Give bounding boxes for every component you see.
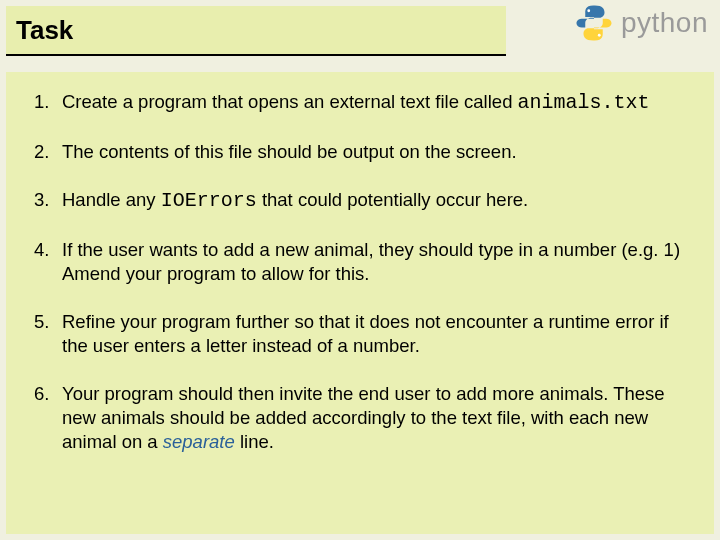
logo-text: python bbox=[621, 7, 708, 39]
task-text: Your program should then invite the end … bbox=[62, 383, 665, 452]
svg-point-1 bbox=[598, 34, 601, 37]
header-bar: Task bbox=[6, 6, 506, 54]
task-text: line. bbox=[235, 431, 274, 452]
code-ioerrors: IOErrors bbox=[161, 189, 257, 212]
list-item: Create a program that opens an external … bbox=[34, 90, 690, 116]
python-snake-icon bbox=[573, 2, 615, 44]
task-text: The contents of this file should be outp… bbox=[62, 141, 517, 162]
list-item: Refine your program further so that it d… bbox=[34, 310, 690, 358]
header-underline bbox=[6, 54, 506, 56]
python-logo: python bbox=[573, 2, 708, 44]
list-item: Handle any IOErrors that could potential… bbox=[34, 188, 690, 214]
list-item: The contents of this file should be outp… bbox=[34, 140, 690, 164]
emphasis-separate: separate bbox=[163, 431, 235, 452]
code-filename: animals.txt bbox=[518, 91, 650, 114]
content-panel: Create a program that opens an external … bbox=[6, 72, 714, 534]
task-text: that could potentially occur here. bbox=[257, 189, 529, 210]
task-text: Refine your program further so that it d… bbox=[62, 311, 669, 356]
task-list: Create a program that opens an external … bbox=[34, 90, 690, 454]
svg-point-0 bbox=[587, 9, 590, 12]
page-title: Task bbox=[16, 15, 73, 46]
list-item: Your program should then invite the end … bbox=[34, 382, 690, 454]
task-text: If the user wants to add a new animal, t… bbox=[62, 239, 680, 284]
list-item: If the user wants to add a new animal, t… bbox=[34, 238, 690, 286]
task-text: Handle any bbox=[62, 189, 161, 210]
task-text: Create a program that opens an external … bbox=[62, 91, 518, 112]
